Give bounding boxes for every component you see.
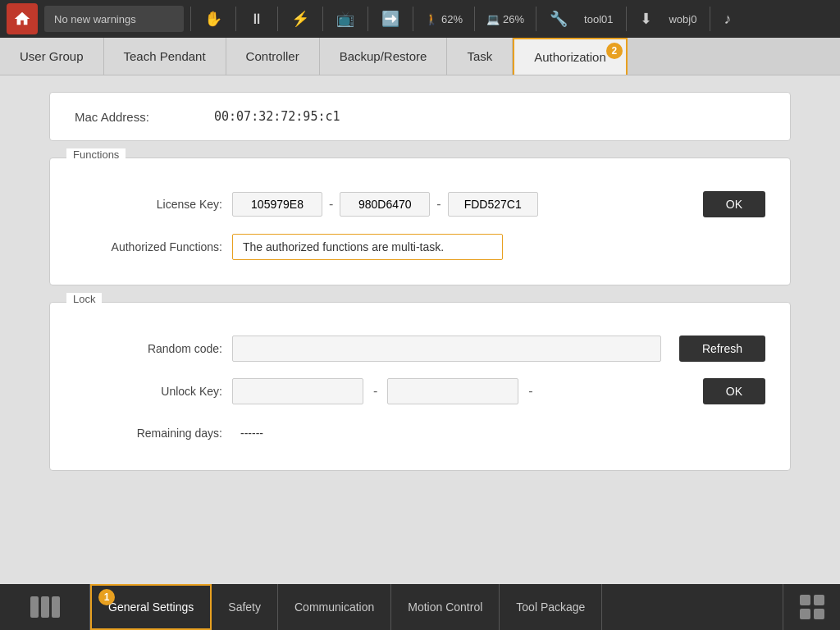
remaining-days-row: Remaining days: ------ [75, 421, 765, 445]
tab-authorization[interactable]: Authorization 2 [513, 38, 628, 75]
authorized-functions-row: Authorized Functions: [75, 234, 765, 260]
tab-teach-pendant-label: Teach Pendant [124, 49, 206, 63]
tab-backup-restore-label: Backup/Restore [340, 49, 427, 63]
bottom-tab-safety[interactable]: Safety [212, 584, 278, 630]
divider9 [626, 7, 627, 31]
tool-label: tool01 [578, 10, 619, 29]
top-bar: No new warnings ✋ ⏸ ⚡ 📺 ➡️ 🚶 62% 💻 26% 🔧… [0, 0, 840, 38]
motion-percent: 62% [441, 13, 463, 25]
cpu-stat: 💻 26% [482, 10, 529, 29]
arrow-icon[interactable]: ➡️ [375, 7, 406, 31]
license-ok-button[interactable]: OK [703, 191, 765, 217]
random-code-row: Random code: Refresh [75, 336, 765, 362]
divider10 [710, 7, 710, 31]
bottom-layout-icon[interactable] [0, 584, 90, 630]
divider3 [277, 7, 278, 31]
tab-bar: User Group Teach Pendant Controller Back… [0, 38, 840, 75]
unlock-key-label: Unlock Key: [75, 385, 222, 398]
warning-text: No new warnings [54, 13, 136, 25]
flash-icon[interactable]: ⚡ [285, 7, 316, 31]
svg-rect-1 [41, 596, 49, 618]
svg-rect-2 [52, 596, 60, 618]
unlock-fields: - - [232, 378, 685, 404]
bottom-bar: 1 General Settings Safety Communication … [0, 584, 840, 630]
unlock-ok-button[interactable]: OK [703, 378, 765, 404]
tab-task[interactable]: Task [447, 38, 513, 75]
svg-rect-3 [800, 595, 810, 605]
tab-user-group-label: User Group [20, 49, 84, 63]
music-icon[interactable]: ♪ [717, 7, 737, 31]
random-code-label: Random code: [75, 342, 222, 355]
mac-address-box: Mac Address: 00:07:32:72:95:c1 [49, 92, 791, 141]
tab-backup-restore[interactable]: Backup/Restore [320, 38, 448, 75]
bottom-grid-icon[interactable] [783, 584, 840, 630]
tab-authorization-badge: 2 [606, 43, 623, 59]
divider7 [474, 7, 475, 31]
divider2 [235, 7, 236, 31]
tab-teach-pendant[interactable]: Teach Pendant [104, 38, 226, 75]
authorized-functions-input [232, 234, 503, 260]
tab-task-label: Task [467, 49, 492, 63]
lock-title: Lock [66, 293, 102, 305]
bottom-tab-motion-control[interactable]: Motion Control [391, 584, 500, 630]
license-input-1[interactable] [232, 192, 322, 217]
svg-rect-6 [814, 609, 824, 619]
hand-icon[interactable]: ✋ [198, 7, 229, 31]
lock-section: Lock Random code: Refresh Unlock Key: - … [49, 302, 791, 471]
license-sep-2: - [436, 197, 441, 212]
mac-value: 00:07:32:72:95:c1 [214, 109, 340, 124]
divider4 [322, 7, 323, 31]
monitor-icon[interactable]: 📺 [330, 7, 361, 31]
bottom-tab-general-settings-label: General Settings [108, 600, 194, 614]
divider8 [536, 7, 536, 31]
divider6 [413, 7, 413, 31]
functions-title: Functions [66, 148, 126, 161]
tab-user-group[interactable]: User Group [0, 38, 104, 75]
tools-icon[interactable]: 🔧 [543, 7, 574, 31]
wobj-label: wobj0 [662, 10, 703, 29]
authorized-functions-label: Authorized Functions: [75, 240, 222, 253]
random-code-input [232, 336, 661, 362]
page-body: Mac Address: 00:07:32:72:95:c1 Functions… [0, 75, 840, 622]
bottom-tab-safety-label: Safety [228, 600, 261, 614]
cpu-icon: 💻 [486, 13, 500, 25]
mac-label: Mac Address: [75, 110, 181, 124]
home-button[interactable] [7, 3, 38, 34]
remaining-days-label: Remaining days: [75, 427, 222, 440]
warning-label: No new warnings [44, 6, 184, 32]
unlock-key-row: Unlock Key: - - OK [75, 378, 765, 404]
license-key-label: License Key: [75, 198, 222, 211]
remaining-days-value: ------ [232, 421, 272, 445]
cpu-percent: 26% [503, 13, 524, 25]
bottom-tab-motion-control-label: Motion Control [408, 600, 482, 614]
license-input-3[interactable] [448, 192, 538, 217]
license-input-2[interactable] [340, 192, 430, 217]
unlock-sep-2: - [528, 384, 532, 399]
tab-controller-label: Controller [246, 49, 299, 63]
bottom-tab-communication-label: Communication [294, 600, 374, 614]
unlock-sep-1: - [373, 384, 377, 399]
divider5 [368, 7, 368, 31]
tab-controller[interactable]: Controller [226, 38, 320, 75]
wobj-icon[interactable]: ⬇ [633, 7, 659, 31]
general-settings-badge: 1 [98, 589, 115, 605]
bottom-tab-tool-package-label: Tool Package [516, 600, 585, 614]
license-key-row: License Key: - - OK [75, 191, 765, 217]
motion-icon: 🚶 [425, 13, 438, 25]
svg-rect-0 [30, 596, 39, 618]
license-sep-1: - [329, 197, 333, 212]
bottom-tab-general-settings[interactable]: 1 General Settings [90, 584, 212, 630]
unlock-input-1[interactable] [232, 378, 363, 404]
bottom-tab-communication[interactable]: Communication [278, 584, 391, 630]
main-content: Mac Address: 00:07:32:72:95:c1 Functions… [0, 75, 840, 622]
refresh-button[interactable]: Refresh [679, 336, 765, 362]
svg-rect-4 [814, 595, 824, 605]
bottom-tabs: 1 General Settings Safety Communication … [90, 584, 783, 630]
bottom-tab-tool-package[interactable]: Tool Package [500, 584, 602, 630]
pause-icon[interactable]: ⏸ [243, 7, 271, 31]
svg-rect-5 [800, 609, 810, 619]
unlock-input-2[interactable] [387, 378, 518, 404]
license-fields: - - [232, 192, 685, 217]
motion-stat: 🚶 62% [420, 10, 468, 29]
tab-authorization-label: Authorization [534, 50, 606, 64]
